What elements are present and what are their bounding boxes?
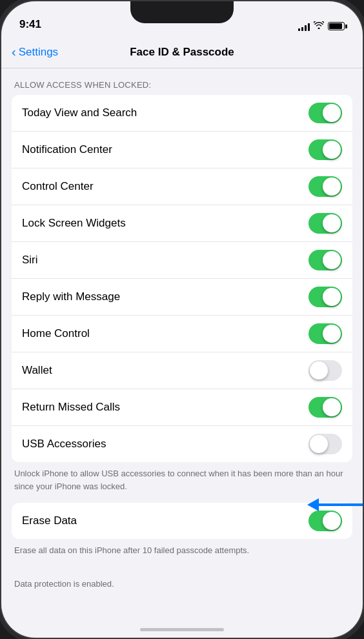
toggle-knob [323,178,341,196]
usb-footer-note: Unlock iPhone to allow USB accessories t… [1,462,363,503]
data-protection-note: Data protection is enabled. [1,567,363,596]
notch [130,1,234,23]
toggle-knob [323,251,341,269]
toggle-knob [323,512,341,530]
notification-center-toggle[interactable] [308,139,342,160]
item-label-notification-center: Notification Center [22,143,112,156]
list-item: Return Missed Calls [12,389,352,426]
wallet-toggle[interactable] [308,360,342,381]
phone-frame: 9:41 ‹ Setting [0,0,364,639]
list-item: Reply with Message [12,279,352,316]
item-label-lock-screen-widgets: Lock Screen Widgets [22,217,126,230]
toggle-knob [310,361,328,380]
arrow-head-icon [307,498,319,511]
page-title: Face ID & Passcode [130,46,234,59]
siri-toggle[interactable] [308,250,342,270]
control-center-toggle[interactable] [308,176,342,197]
arrow-line [319,503,364,506]
toggle-knob [323,141,341,159]
access-when-locked-list: Today View and Search Notification Cente… [12,95,352,462]
item-label-siri: Siri [22,254,38,267]
toggle-knob [323,214,341,232]
nav-bar: ‹ Settings Face ID & Passcode [1,36,363,68]
list-item: Notification Center [12,132,352,168]
status-icons [298,21,345,31]
item-label-control-center: Control Center [22,180,94,193]
list-item: Home Control [12,316,352,352]
erase-data-toggle[interactable] [308,511,342,531]
toggle-knob [323,325,341,343]
section-header: ALLOW ACCESS WHEN LOCKED: [1,68,363,95]
wifi-icon [314,21,324,31]
list-item: USB Accessories [12,426,352,462]
item-label-usb-accessories: USB Accessories [22,438,106,451]
item-label-return-missed-calls: Return Missed Calls [22,401,120,414]
reply-with-message-toggle[interactable] [308,287,342,307]
list-item: Wallet [12,352,352,389]
list-item: Siri [12,242,352,279]
arrow-annotation [307,498,364,511]
toggle-knob [323,288,341,306]
today-view-toggle[interactable] [308,103,342,123]
signal-icon [298,22,310,31]
list-item: Control Center [12,168,352,205]
home-control-toggle[interactable] [308,323,342,344]
list-item: Today View and Search [12,95,352,132]
erase-footer-note: Erase all data on this iPhone after 10 f… [1,539,363,567]
toggle-knob [310,435,328,453]
back-button[interactable]: ‹ Settings [12,46,58,59]
battery-icon [328,22,345,30]
item-label-reply-with-message: Reply with Message [22,290,120,303]
item-label-today-view: Today View and Search [22,107,137,119]
list-item: Lock Screen Widgets [12,205,352,242]
main-content: ALLOW ACCESS WHEN LOCKED: Today View and… [1,68,363,638]
home-indicator [140,628,224,631]
erase-data-label: Erase Data [22,514,77,527]
status-time: 9:41 [19,18,41,31]
return-missed-calls-toggle[interactable] [308,397,342,418]
back-label: Settings [19,46,58,59]
erase-data-group: Erase Data [12,503,352,539]
lock-screen-widgets-toggle[interactable] [308,213,342,234]
chevron-left-icon: ‹ [12,45,16,58]
toggle-knob [323,104,341,122]
erase-data-item: Erase Data [12,503,352,539]
usb-accessories-toggle[interactable] [308,434,342,454]
item-label-wallet: Wallet [22,364,52,377]
toggle-knob [323,398,341,416]
item-label-home-control: Home Control [22,327,90,340]
